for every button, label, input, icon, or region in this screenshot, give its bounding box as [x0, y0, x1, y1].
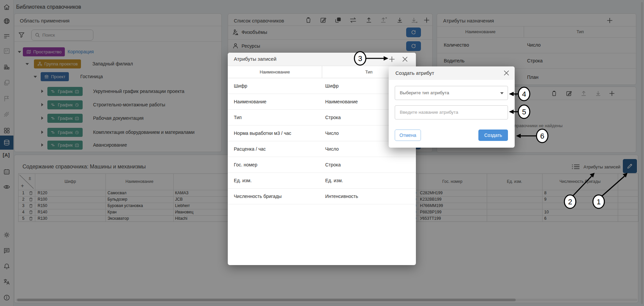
modal-close-icon[interactable] — [503, 69, 510, 77]
attr-name: Гос. номер — [234, 157, 257, 173]
modal-title: Создать атрибут — [395, 70, 434, 76]
modal-attr-row[interactable]: Гос. номер Строка — [228, 157, 416, 173]
attr-name: Численность бригады — [234, 189, 282, 204]
attr-name: Расценка / час — [234, 141, 266, 157]
attr-name: Норма выработки м3 / час — [234, 125, 291, 141]
select-placeholder: Выберите тип атрибута — [400, 90, 449, 95]
attr-name: Наименование — [234, 94, 266, 110]
attr-type: Строка — [325, 157, 341, 173]
modal-add-icon[interactable] — [388, 55, 396, 63]
attr-type: Число — [325, 125, 339, 141]
modal-attr-row[interactable]: Шифр Шифр — [228, 78, 416, 94]
attr-name: Ед. изм. — [234, 173, 252, 189]
attr-type: Число — [325, 141, 339, 157]
input-placeholder: Введите название атрибута — [400, 110, 458, 115]
create-button[interactable]: Создать — [478, 130, 508, 141]
attr-type: Строка — [325, 110, 341, 125]
attr-name-input[interactable]: Введите название атрибута — [395, 105, 508, 119]
attr-type: Интенсивность — [325, 189, 358, 204]
attr-name: Тип — [234, 110, 242, 125]
modal-close-icon[interactable] — [401, 55, 409, 63]
chevron-down-icon — [500, 92, 504, 94]
create-attr-modal: Создать атрибут Выберите тип атрибута Вв… — [389, 66, 515, 148]
modal-attr-row[interactable]: Норма выработки м3 / час Число — [228, 125, 416, 141]
attr-name: Шифр — [234, 78, 247, 94]
modal-attr-row[interactable]: Расценка / час Число — [228, 141, 416, 157]
column-header: Наименование — [228, 66, 322, 78]
cancel-button[interactable]: Отмена — [395, 130, 421, 141]
modal-attr-row[interactable]: Численность бригады Интенсивность — [228, 189, 416, 204]
attr-type: Шифр — [325, 78, 339, 94]
attr-type: Наименование — [325, 94, 358, 110]
modal-attr-row[interactable]: Ед. изм. Ед. изм. — [228, 173, 416, 189]
app-window: [A] Библиотека справочников Область прим… — [0, 0, 644, 306]
modal-attr-row[interactable]: Наименование Наименование — [228, 94, 416, 110]
attr-type: Ед. изм. — [325, 173, 343, 189]
attr-type-select[interactable]: Выберите тип атрибута — [395, 86, 508, 100]
modal-attr-row[interactable]: Тип Строка — [228, 110, 416, 125]
record-attrs-modal: Атрибуты записей Наименование Тип Шифр Ш… — [228, 53, 416, 265]
modal-title: Атрибуты записей — [234, 56, 276, 62]
